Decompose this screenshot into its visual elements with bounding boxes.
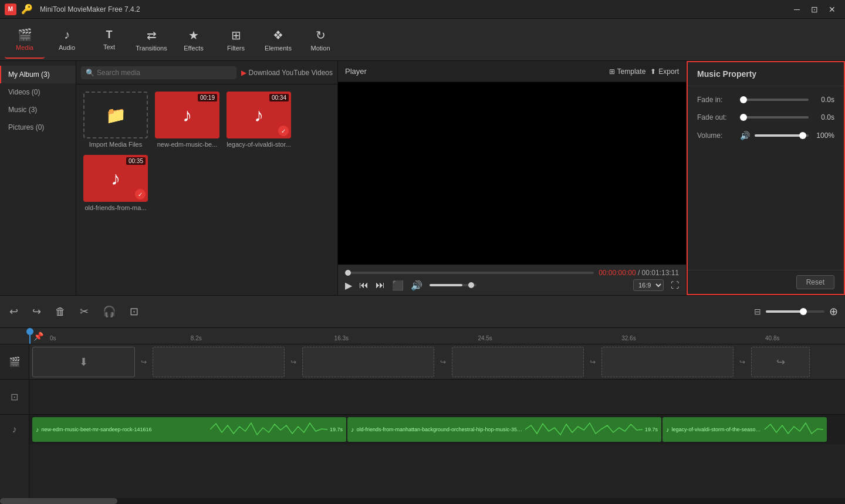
ruler-mark-3: 24.5s	[478, 335, 492, 341]
filters-icon: ⊞	[231, 28, 241, 42]
fade-out-slider-container: 0.0s	[740, 113, 834, 121]
fade-out-slider[interactable]	[740, 116, 809, 119]
fade-out-thumb	[740, 114, 747, 121]
timeline-scrollbar[interactable]	[0, 498, 845, 504]
folder-icon: 📁	[106, 106, 126, 125]
detach-audio-button[interactable]: 🎧	[100, 303, 118, 320]
minimize-button[interactable]: ─	[789, 1, 805, 18]
control-buttons: ▶ ⏮ ⏭ ⬛ 🔊 16:9 ⛶	[345, 279, 679, 291]
transition-track-label: ⊡	[0, 380, 29, 415]
template-button[interactable]: ⊞ Template	[609, 67, 646, 76]
key-icon: 🔑	[21, 4, 33, 15]
sidebar-item-pictures[interactable]: Pictures (0)	[0, 119, 76, 136]
video-clip-empty-3[interactable]	[452, 347, 584, 377]
toolbar-media[interactable]: 🎬 Media	[5, 21, 45, 59]
toolbar-audio[interactable]: ♪ Audio	[47, 21, 87, 59]
sidebar-item-my-album[interactable]: My Album (3)	[0, 66, 76, 83]
progress-bar[interactable]	[345, 272, 594, 274]
export-button[interactable]: ⬆ Export	[650, 67, 679, 76]
sidebar-item-music[interactable]: Music (3)	[0, 101, 76, 119]
toolbar-effects[interactable]: ★ Effects	[174, 21, 214, 59]
transition-2[interactable]: ↪	[285, 347, 302, 377]
search-icon: 🔍	[86, 69, 94, 77]
volume-prop-slider[interactable]	[755, 134, 809, 137]
volume-prop-thumb	[799, 132, 806, 139]
toolbar-transitions[interactable]: ⇄ Transitions	[131, 21, 171, 59]
app-title: MiniTool MovieMaker Free 7.4.2	[40, 5, 784, 13]
volume-label: Volume:	[697, 131, 735, 140]
player-section: Player ⊞ Template ⬆ Export	[337, 61, 687, 295]
transition-5[interactable]: ↪	[734, 347, 751, 377]
audio-track: ♪ new-edm-music-beet-mr-sandeep-rock-141…	[29, 415, 845, 444]
timeline: 📌 0s 8.2s 16.3s 24.5s 32.6s 40.8s 🎬	[0, 328, 845, 504]
music3-label: old-friends-from-ma...	[84, 204, 146, 211]
toolbar-text[interactable]: T Text	[89, 21, 129, 59]
audio-clip-1[interactable]: ♪ new-edm-music-beet-mr-sandeep-rock-141…	[32, 417, 346, 442]
play-button[interactable]: ▶	[345, 280, 352, 291]
import-media-item[interactable]: 📁 Import Media Files	[83, 92, 148, 148]
empty-track	[29, 380, 845, 415]
transition-4[interactable]: ↪	[584, 347, 601, 377]
delete-button[interactable]: 🗑	[53, 303, 68, 320]
toolbar-elements[interactable]: ❖ Elements	[258, 21, 298, 59]
video-clip-empty-4[interactable]	[601, 347, 734, 377]
transition-1[interactable]: ↪	[135, 347, 153, 377]
video-clip-empty-5[interactable]: ↪	[751, 347, 810, 377]
ruler-mark-5: 40.8s	[765, 335, 779, 341]
video-clip-empty-2[interactable]	[302, 347, 434, 377]
download-youtube-button[interactable]: ▶ Download YouTube Videos	[241, 69, 333, 77]
search-input[interactable]	[97, 69, 232, 77]
media-item-music2[interactable]: ♪ 00:34 ✓ legacy-of-vivaldi-stor...	[227, 92, 291, 148]
volume-value: 100%	[813, 131, 834, 140]
audio-clip-2-note-icon: ♪	[351, 426, 354, 433]
track-area: 🎬 ⊡ ♪ ⬇ ↪	[0, 344, 845, 498]
motion-label: Motion	[310, 45, 330, 52]
close-button[interactable]: ✕	[824, 1, 840, 18]
prev-button[interactable]: ⏮	[359, 280, 369, 290]
scrollbar-thumb	[0, 498, 117, 504]
audio-clip-3[interactable]: ♪ legacy-of-vivaldi-storm-of-the-seasons…	[663, 417, 827, 442]
time-current: 00:00:00:00	[599, 269, 636, 277]
properties-header: Music Property	[688, 62, 844, 86]
elements-label: Elements	[265, 45, 292, 52]
export-icon: ⬆	[650, 67, 656, 76]
video-clip-empty-1[interactable]	[153, 347, 285, 377]
volume-button[interactable]: 🔊	[411, 280, 422, 291]
reset-button[interactable]: Reset	[796, 275, 834, 289]
search-box[interactable]: 🔍	[81, 66, 236, 79]
video-icon: 🎬	[9, 356, 21, 367]
stop-button[interactable]: ⬛	[392, 280, 404, 291]
restore-button[interactable]: ⊡	[806, 1, 823, 18]
aspect-ratio-select[interactable]: 16:9	[633, 279, 664, 291]
sidebar-item-videos[interactable]: Videos (0)	[0, 83, 76, 101]
fade-in-thumb	[740, 96, 747, 103]
text-label: Text	[103, 43, 115, 50]
fade-out-label: Fade out:	[697, 113, 735, 121]
music1-thumb: ♪ 00:19	[155, 92, 219, 138]
transitions-label: Transitions	[136, 45, 167, 52]
fade-in-slider[interactable]	[740, 99, 809, 101]
audio-clip-2[interactable]: ♪ old-friends-from-manhattan-background-…	[347, 417, 661, 442]
fade-in-value: 0.0s	[813, 96, 834, 104]
volume-slider[interactable]	[430, 284, 476, 286]
undo-button[interactable]: ↩	[7, 303, 21, 320]
zoom-add-icon[interactable]: ⊕	[829, 305, 838, 318]
media-item-music1[interactable]: ♪ 00:19 new-edm-music-be...	[155, 92, 219, 148]
toolbar-motion[interactable]: ↻ Motion	[300, 21, 340, 59]
template-label: Template	[617, 67, 646, 76]
video-clip-main[interactable]: ⬇	[32, 347, 135, 377]
redo-button[interactable]: ↪	[30, 303, 43, 320]
music2-check: ✓	[278, 126, 289, 136]
zoom-bar[interactable]	[766, 310, 824, 313]
next-button[interactable]: ⏭	[376, 280, 385, 290]
text-icon: T	[106, 29, 113, 41]
transition-3[interactable]: ↪	[434, 347, 452, 377]
fullscreen-button[interactable]: ⛶	[671, 280, 679, 290]
audio-track-label: ♪	[0, 415, 29, 444]
fade-out-value: 0.0s	[813, 113, 834, 121]
tracks-content: ⬇ ↪ ↪ ↪ ↪ ↪ ↪	[29, 344, 845, 498]
media-item-music3[interactable]: ♪ 00:35 ✓ old-friends-from-ma...	[83, 155, 148, 211]
crop-button[interactable]: ⊡	[127, 303, 141, 320]
cut-button[interactable]: ✂	[77, 303, 91, 320]
toolbar-filters[interactable]: ⊞ Filters	[216, 21, 256, 59]
